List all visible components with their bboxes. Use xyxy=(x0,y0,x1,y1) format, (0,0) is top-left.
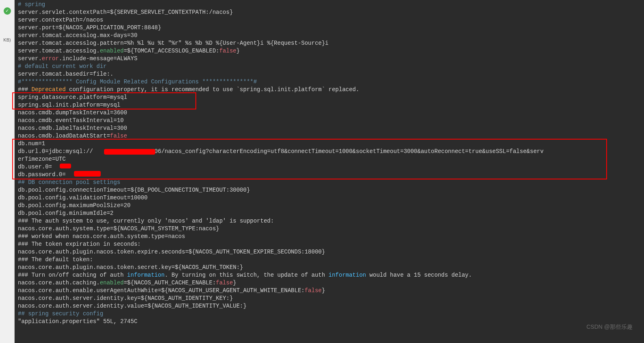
code-line[interactable]: server.tomcat.basedir=file:. xyxy=(18,70,644,78)
code-line[interactable]: ### Deprecated configuration property, i… xyxy=(18,86,644,94)
code-editor[interactable]: # springserver.servlet.contextPath=${SER… xyxy=(15,0,644,343)
check-icon: ✓ xyxy=(6,8,9,14)
code-line[interactable]: spring.sql.init.platform=mysql xyxy=(18,101,644,109)
code-line[interactable]: ## spring security config xyxy=(18,310,644,318)
code-line[interactable]: ### worked when nacos.core.auth.system.t… xyxy=(18,233,644,240)
code-line[interactable]: db.pool.config.maximumPoolSize=20 xyxy=(18,202,644,210)
code-line[interactable]: ### The token expiration in seconds: xyxy=(18,240,644,248)
code-line[interactable]: # default current work dir xyxy=(18,63,644,70)
code-line[interactable]: nacos.cmdb.eventTaskInterval=10 xyxy=(18,117,644,125)
code-line[interactable]: nacos.cmdb.loadDataAtStart=false xyxy=(18,132,644,140)
code-line[interactable]: db.url.0=jdbc:mysql:// :3306/nacos_confi… xyxy=(18,148,644,155)
code-line[interactable]: ### The default token: xyxy=(18,256,644,264)
code-line[interactable]: db.password.0= xyxy=(18,171,644,179)
code-line[interactable]: nacos.core.auth.plugin.nacos.token.expir… xyxy=(18,248,644,256)
code-line[interactable]: ### The auth system to use, currently on… xyxy=(18,217,644,225)
code-line[interactable]: # spring xyxy=(18,1,644,9)
code-line[interactable]: "application.properties" 55L, 2745C xyxy=(18,318,644,326)
code-line[interactable]: nacos.cmdb.labelTaskInterval=300 xyxy=(18,125,644,132)
status-ok-icon: ✓ xyxy=(4,7,11,15)
code-line[interactable]: db.pool.config.connectionTimeout=${DB_PO… xyxy=(18,186,644,194)
code-line[interactable]: db.num=1 xyxy=(18,140,644,148)
code-line[interactable]: db.pool.config.minimumIdle=2 xyxy=(18,210,644,217)
code-line[interactable]: db.user.0= xyxy=(18,163,644,171)
code-line[interactable]: nacos.core.auth.system.type=${NACOS_AUTH… xyxy=(18,225,644,233)
code-line[interactable]: nacos.core.auth.server.identity.value=${… xyxy=(18,302,644,310)
watermark: CSDN @那些乐趣 xyxy=(586,323,633,331)
code-line[interactable]: server.tomcat.accesslog.enabled=${TOMCAT… xyxy=(18,47,644,55)
code-line[interactable]: nacos.core.auth.plugin.nacos.token.secre… xyxy=(18,264,644,271)
code-line[interactable]: server.tomcat.accesslog.max-days=30 xyxy=(18,32,644,39)
code-line[interactable]: nacos.cmdb.dumpTaskInterval=3600 xyxy=(18,109,644,117)
code-line[interactable]: ## DB connection pool settings xyxy=(18,179,644,186)
code-line[interactable]: ### Turn on/off caching of auth informat… xyxy=(18,271,644,279)
code-line[interactable]: nacos.core.auth.enable.userAgentAuthWhit… xyxy=(18,287,644,295)
code-line[interactable]: server.servlet.contextPath=${SERVER_SERV… xyxy=(18,9,644,16)
code-line[interactable]: spring.datasource.platform=mysql xyxy=(18,94,644,101)
code-line[interactable]: server.tomcat.accesslog.pattern=%h %l %u… xyxy=(18,39,644,47)
code-line[interactable]: server.contextPath=/nacos xyxy=(18,16,644,24)
code-line[interactable]: nacos.core.auth.caching.enabled=${NACOS_… xyxy=(18,279,644,287)
sidebar: ✓ KB) xyxy=(0,0,15,343)
code-line[interactable]: nacos.core.auth.server.identity.key=${NA… xyxy=(18,295,644,302)
code-line[interactable]: erTimezone=UTC xyxy=(18,155,644,163)
code-line[interactable]: db.pool.config.validationTimeout=10000 xyxy=(18,194,644,202)
code-line[interactable]: server.port=${NACOS_APPLICATION_PORT:884… xyxy=(18,24,644,32)
sidebar-kb-label: KB) xyxy=(0,37,14,43)
code-line[interactable]: server.error.include-message=ALWAYS xyxy=(18,55,644,63)
code-line[interactable]: #*************** Config Module Related C… xyxy=(18,78,644,86)
